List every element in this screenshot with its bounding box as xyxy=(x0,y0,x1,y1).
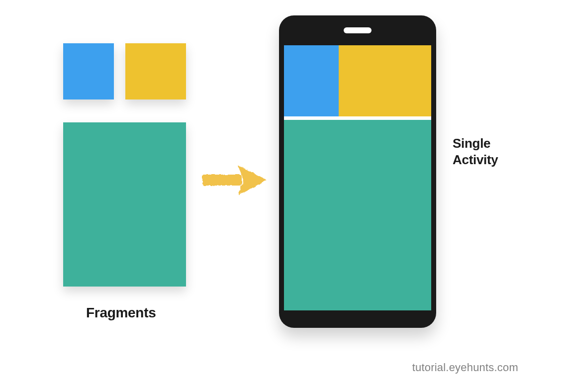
activity-top-row xyxy=(284,45,431,116)
activity-fragment-teal xyxy=(284,120,431,310)
fragment-teal xyxy=(63,122,186,287)
svg-rect-0 xyxy=(202,175,241,185)
footer-site: tutorial.eyehunts.com xyxy=(412,361,518,374)
phone-screen xyxy=(284,45,431,310)
fragment-yellow xyxy=(125,43,186,99)
fragments-label: Fragments xyxy=(86,305,156,321)
fragment-blue xyxy=(63,43,114,99)
activity-label-line1: Single xyxy=(453,136,490,151)
activity-label: Single Activity xyxy=(453,135,498,168)
activity-fragment-yellow xyxy=(339,45,431,116)
activity-fragment-blue xyxy=(284,45,339,116)
phone-device xyxy=(279,15,436,328)
svg-marker-1 xyxy=(239,166,266,194)
arrow-icon xyxy=(196,160,271,200)
activity-label-line2: Activity xyxy=(453,152,498,167)
phone-speaker xyxy=(344,27,372,33)
diagram-canvas: Fragments xyxy=(0,0,561,392)
